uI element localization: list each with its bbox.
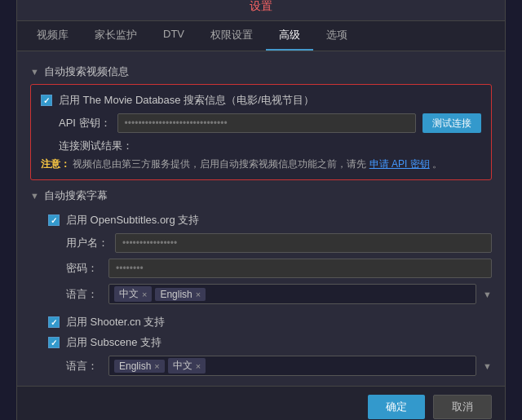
password-input[interactable] bbox=[108, 259, 492, 278]
subscene-tag-chinese: 中文 × bbox=[168, 358, 206, 374]
subscene-tags-container: English × 中文 × bbox=[108, 356, 476, 376]
tab-bar: 视频库 家长监护 DTV 权限设置 高级 选项 bbox=[17, 21, 505, 51]
tag-chinese-remove[interactable]: × bbox=[142, 290, 147, 299]
tab-dtv[interactable]: DTV bbox=[150, 21, 197, 51]
dialog-title: 设置 bbox=[17, 0, 505, 21]
subscene-checkbox-row: 启用 Subscene 支持 bbox=[48, 335, 492, 350]
subscene-language-label: 语言： bbox=[66, 359, 102, 374]
ok-button[interactable]: 确定 bbox=[368, 395, 425, 419]
api-key-link[interactable]: 申请 API 密钥 bbox=[369, 158, 430, 170]
tab-parental[interactable]: 家长监护 bbox=[82, 21, 150, 51]
subscene-tag-english-remove[interactable]: × bbox=[154, 361, 159, 371]
subscene-checkbox[interactable] bbox=[48, 337, 60, 348]
subscene-tag-chinese-label: 中文 bbox=[173, 359, 192, 373]
chevron-icon: ▼ bbox=[30, 67, 39, 77]
settings-dialog: 设置 视频库 家长监护 DTV 权限设置 高级 选项 ▼ 自动搜索视频信息 启用… bbox=[16, 0, 506, 420]
opensubtitles-tags-wrapper: 中文 × English × ▼ bbox=[108, 284, 492, 304]
username-input[interactable] bbox=[115, 233, 492, 253]
api-key-label: API 密钥： bbox=[41, 116, 111, 130]
opensubtitles-label: 启用 OpenSubtitles.org 支持 bbox=[66, 213, 199, 228]
tag-english-remove[interactable]: × bbox=[196, 290, 201, 299]
password-label: 密码： bbox=[66, 261, 102, 276]
api-key-row: API 密钥： 测试连接 bbox=[41, 113, 481, 133]
notice-row: 注意： 视频信息由第三方服务提供，启用自动搜索视频信息功能之前，请先 申请 AP… bbox=[41, 157, 481, 171]
tag-chinese-label: 中文 bbox=[119, 287, 139, 301]
subscene-tags-wrapper: English × 中文 × ▼ bbox=[108, 356, 492, 376]
opensubtitles-language-row: 语言： 中文 × English × ▼ bbox=[48, 284, 492, 304]
subscene-tag-chinese-remove[interactable]: × bbox=[196, 361, 201, 371]
username-label: 用户名： bbox=[66, 236, 108, 250]
language-dropdown-arrow[interactable]: ▼ bbox=[483, 290, 492, 299]
auto-search-video-header[interactable]: ▼ 自动搜索视频信息 bbox=[30, 64, 492, 79]
tab-options[interactable]: 选项 bbox=[313, 21, 361, 51]
username-row: 用户名： bbox=[48, 233, 492, 253]
opensubtitles-checkbox-row: 启用 OpenSubtitles.org 支持 bbox=[48, 213, 492, 228]
tmdb-label: 启用 The Movie Database 搜索信息（电影/电视节目） bbox=[59, 93, 314, 108]
tmdb-checkbox[interactable] bbox=[41, 95, 52, 106]
chevron-icon-2: ▼ bbox=[30, 191, 39, 201]
tab-library[interactable]: 视频库 bbox=[24, 21, 82, 51]
opensubtitles-tags-container: 中文 × English × bbox=[108, 284, 476, 304]
tab-permissions[interactable]: 权限设置 bbox=[197, 21, 266, 51]
tmdb-checkbox-row: 启用 The Movie Database 搜索信息（电影/电视节目） bbox=[41, 93, 481, 108]
auto-search-subtitle-header[interactable]: ▼ 自动搜索字幕 bbox=[30, 188, 492, 203]
opensubtitles-language-label: 语言： bbox=[66, 287, 102, 302]
subscene-tag-english-label: English bbox=[119, 360, 151, 372]
tmdb-section: 启用 The Movie Database 搜索信息（电影/电视节目） API … bbox=[30, 84, 492, 180]
api-key-input[interactable] bbox=[117, 113, 416, 133]
subscene-tag-english: English × bbox=[114, 360, 165, 373]
tag-chinese: 中文 × bbox=[114, 286, 152, 302]
password-row: 密码： bbox=[48, 259, 492, 278]
subscene-language-dropdown-arrow[interactable]: ▼ bbox=[483, 361, 492, 371]
notice-suffix: 。 bbox=[432, 158, 442, 170]
notice-text: 视频信息由第三方服务提供，启用自动搜索视频信息功能之前，请先 bbox=[73, 158, 366, 170]
tag-english-label: English bbox=[160, 289, 192, 300]
subscene-language-row: 语言： English × 中文 × ▼ bbox=[48, 356, 492, 376]
result-label: 连接测试结果： bbox=[41, 139, 133, 153]
cancel-button[interactable]: 取消 bbox=[433, 395, 492, 419]
content-area: ▼ 自动搜索视频信息 启用 The Movie Database 搜索信息（电影… bbox=[17, 51, 505, 386]
notice-prefix: 注意： bbox=[41, 158, 70, 170]
tab-advanced[interactable]: 高级 bbox=[266, 21, 313, 51]
shooter-label: 启用 Shooter.cn 支持 bbox=[66, 315, 165, 329]
opensubtitles-checkbox[interactable] bbox=[48, 214, 60, 226]
subscene-label: 启用 Subscene 支持 bbox=[66, 335, 161, 350]
connection-result-row: 连接测试结果： bbox=[41, 139, 481, 153]
footer-buttons: 确定 取消 bbox=[17, 386, 505, 420]
subtitle-section: 启用 OpenSubtitles.org 支持 用户名： 密码： 语言： 中文 bbox=[30, 208, 492, 386]
tag-english: English × bbox=[155, 288, 206, 301]
shooter-checkbox[interactable] bbox=[48, 316, 60, 328]
shooter-checkbox-row: 启用 Shooter.cn 支持 bbox=[48, 315, 492, 329]
test-connection-button[interactable]: 测试连接 bbox=[422, 113, 481, 133]
